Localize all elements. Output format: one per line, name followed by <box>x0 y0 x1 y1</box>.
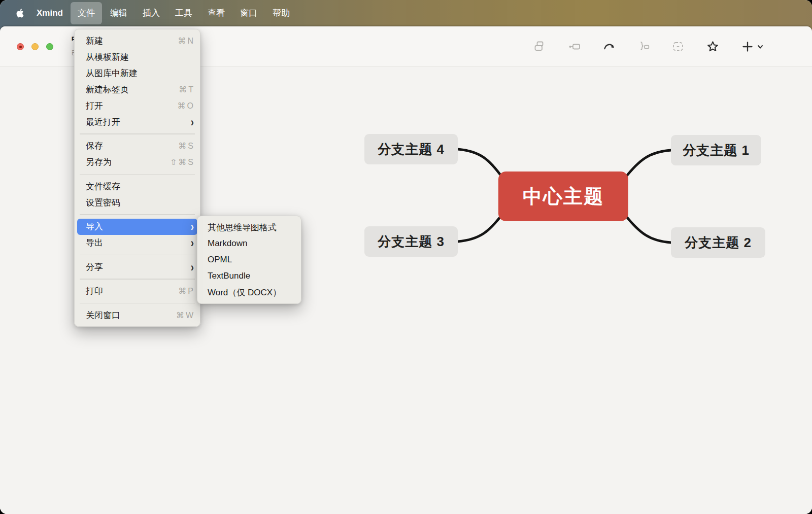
menu-separator <box>80 255 195 256</box>
file-menu-dropdown: 新建 ⌘N 从模板新建 从图库中新建 新建标签页 ⌘T 打开 ⌘O 最近打开 ›… <box>74 29 200 327</box>
insert-button-group <box>741 40 763 53</box>
submenu-item-other-mindmap-formats[interactable]: 其他思维导图格式 <box>197 219 301 235</box>
menu-item-label: 另存为 <box>86 156 170 168</box>
submenu-arrow-icon: › <box>191 237 194 249</box>
menu-item-open[interactable]: 打开 ⌘O <box>75 97 200 114</box>
menu-item-shortcut: ⌘T <box>179 85 195 94</box>
submenu-item-label: OPML <box>208 255 232 265</box>
submenu-arrow-icon: › <box>191 261 194 273</box>
menu-item-shortcut: ⌘P <box>178 286 195 296</box>
menu-item-label: 打印 <box>86 285 178 297</box>
menu-item-shortcut: ⇧⌘S <box>170 157 195 167</box>
menu-item-label: 最近打开 <box>86 116 191 128</box>
submenu-item-label: Word（仅 DOCX） <box>208 287 281 298</box>
close-window-button[interactable] <box>17 43 24 50</box>
menu-item-shortcut: ⌘N <box>178 36 195 46</box>
menu-item-shortcut: ⌘O <box>178 101 195 111</box>
insert-subtopic-icon[interactable] <box>533 40 547 53</box>
menu-item-file-cache[interactable]: 文件缓存 <box>75 178 200 194</box>
marker-star-icon[interactable] <box>706 40 720 54</box>
menu-separator <box>80 174 195 175</box>
menubar-item-edit[interactable]: 编辑 <box>103 2 134 24</box>
branch-topic-label: 分支主题 3 <box>378 233 445 251</box>
menu-item-shortcut: ⌘S <box>178 141 195 151</box>
branch-topic-label: 分支主题 1 <box>683 142 750 159</box>
traffic-lights <box>17 43 53 50</box>
menu-item-new-tab[interactable]: 新建标签页 ⌘T <box>75 81 200 97</box>
menu-item-new[interactable]: 新建 ⌘N <box>75 32 200 49</box>
insert-plus-icon[interactable] <box>741 40 754 53</box>
menu-item-export[interactable]: 导出 › <box>75 235 200 251</box>
connection-branch-1 <box>625 150 671 178</box>
menu-item-label: 导出 <box>86 237 191 249</box>
menu-item-label: 从模板新建 <box>86 51 195 63</box>
apple-menu-icon[interactable] <box>10 8 29 18</box>
menu-item-new-from-gallery[interactable]: 从图库中新建 <box>75 65 200 81</box>
menu-item-save-as[interactable]: 另存为 ⇧⌘S <box>75 154 200 170</box>
submenu-item-label: Markdown <box>208 238 247 249</box>
menu-item-label: 从图库中新建 <box>86 67 195 79</box>
submenu-item-label: 其他思维导图格式 <box>208 222 277 233</box>
menubar-app-name[interactable]: Xmind <box>29 8 70 18</box>
menu-separator <box>80 133 195 134</box>
relationship-icon[interactable] <box>602 40 616 53</box>
submenu-item-word-docx[interactable]: Word（仅 DOCX） <box>197 284 301 300</box>
branch-topic-label: 分支主题 4 <box>378 141 445 158</box>
central-topic[interactable]: 中心主题 <box>498 172 628 221</box>
menu-item-save[interactable]: 保存 ⌘S <box>75 138 200 154</box>
menubar-item-file[interactable]: 文件 <box>71 2 102 24</box>
submenu-arrow-icon: › <box>191 221 194 233</box>
branch-topic-label: 分支主题 2 <box>685 234 752 252</box>
menubar-item-help[interactable]: 帮助 <box>265 2 297 24</box>
menu-item-label: 设置密码 <box>86 197 195 209</box>
menubar-item-window[interactable]: 窗口 <box>233 2 264 24</box>
menu-item-label: 关闭窗口 <box>86 310 176 321</box>
submenu-item-opml[interactable]: OPML <box>197 252 301 268</box>
menu-item-label: 新建 <box>86 35 178 47</box>
menu-item-set-password[interactable]: 设置密码 <box>75 194 200 211</box>
submenu-item-markdown[interactable]: Markdown <box>197 235 301 252</box>
menu-item-label: 文件缓存 <box>86 181 195 192</box>
menubar-item-tools[interactable]: 工具 <box>168 2 199 24</box>
menu-item-open-recent[interactable]: 最近打开 › <box>75 114 200 130</box>
branch-topic-3[interactable]: 分支主题 3 <box>364 226 458 257</box>
minimize-window-button[interactable] <box>31 43 39 50</box>
submenu-item-label: TextBundle <box>208 271 250 281</box>
menu-item-label: 打开 <box>86 100 178 112</box>
zoom-window-button[interactable] <box>46 43 53 50</box>
summary-icon[interactable] <box>637 40 650 53</box>
menu-item-label: 导入 <box>86 221 191 232</box>
menu-separator <box>80 279 195 280</box>
insert-topic-icon[interactable] <box>568 40 581 53</box>
branch-topic-1[interactable]: 分支主题 1 <box>671 135 761 165</box>
branch-topic-2[interactable]: 分支主题 2 <box>671 227 765 258</box>
menu-item-import[interactable]: 导入 › <box>77 219 197 235</box>
menu-separator <box>80 303 195 304</box>
menu-separator <box>80 214 195 215</box>
import-submenu: 其他思维导图格式 Markdown OPML TextBundle Word（仅… <box>197 216 301 304</box>
menu-item-close-window[interactable]: 关闭窗口 ⌘W <box>75 307 200 323</box>
menubar-item-insert[interactable]: 插入 <box>136 2 167 24</box>
connection-branch-4 <box>458 149 502 178</box>
boundary-icon[interactable] <box>671 40 685 53</box>
menu-item-shortcut: ⌘W <box>176 311 195 320</box>
menu-item-print[interactable]: 打印 ⌘P <box>75 283 200 299</box>
connection-branch-2 <box>625 215 671 243</box>
branch-topic-4[interactable]: 分支主题 4 <box>364 134 458 164</box>
menu-item-share[interactable]: 分享 › <box>75 259 200 275</box>
menu-item-label: 分享 <box>86 261 191 273</box>
submenu-arrow-icon: › <box>191 116 194 128</box>
central-topic-label: 中心主题 <box>523 184 604 210</box>
submenu-item-textbundle[interactable]: TextBundle <box>197 268 301 284</box>
menu-item-new-from-template[interactable]: 从模板新建 <box>75 49 200 65</box>
connection-branch-3 <box>458 214 502 242</box>
insert-dropdown-chevron-icon[interactable] <box>757 44 763 50</box>
toolbar-icons <box>533 26 763 67</box>
menu-item-label: 新建标签页 <box>86 84 179 95</box>
screen: Xmind 文件 编辑 插入 工具 查看 窗口 帮助 中 已 <box>0 0 812 514</box>
menu-item-label: 保存 <box>86 140 178 152</box>
menubar-item-view[interactable]: 查看 <box>200 2 232 24</box>
